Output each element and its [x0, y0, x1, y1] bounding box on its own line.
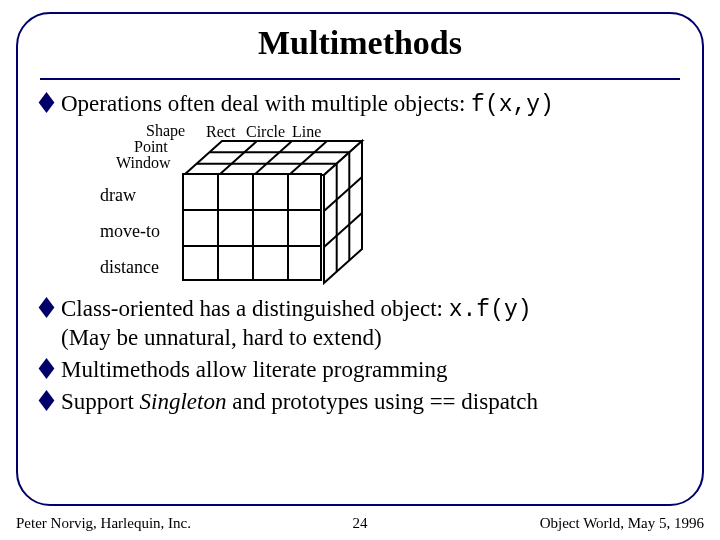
slide-footer: Peter Norvig, Harlequin, Inc. 24 Object …: [16, 515, 704, 532]
diamond-bullet-icon: [39, 92, 55, 113]
bullet-1-code: f(x,y): [471, 92, 554, 118]
bullet-1-a: Operations often deal with multiple obje…: [61, 91, 471, 116]
title-rule: [40, 78, 680, 80]
lbl-window: Window: [116, 155, 185, 171]
bullet-4: Support Singleton and prototypes using =…: [40, 388, 680, 416]
lbl-distance: distance: [100, 249, 160, 285]
bullet-2-a: Class-oriented has a distinguished objec…: [61, 296, 449, 321]
bullet-2: Class-oriented has a distinguished objec…: [40, 295, 680, 352]
bullet-3: Multimethods allow literate programming: [40, 356, 680, 384]
diamond-bullet-icon: [39, 358, 55, 379]
diamond-bullet-icon: [39, 390, 55, 411]
bullet-4-i: Singleton: [140, 389, 227, 414]
bullet-4-b: and prototypes using == dispatch: [226, 389, 538, 414]
lbl-draw: draw: [100, 177, 160, 213]
bullet-2-b: (May be unnatural, hard to extend): [61, 325, 382, 350]
diamond-bullet-icon: [39, 297, 55, 318]
lbl-shape: Shape: [146, 123, 185, 139]
slide-title: Multimethods: [18, 24, 702, 62]
bullet-4-text: Support Singleton and prototypes using =…: [61, 388, 538, 416]
cube-front: [182, 173, 322, 281]
slide-frame: Multimethods Operations often deal with …: [16, 12, 704, 506]
bullet-1-text: Operations often deal with multiple obje…: [61, 90, 554, 119]
lbl-moveto: move-to: [100, 213, 160, 249]
footer-page-number: 24: [16, 515, 704, 532]
bullet-3-text: Multimethods allow literate programming: [61, 356, 447, 384]
dispatch-cube: Shape Point Window Rect Circle Line: [100, 123, 420, 281]
bullet-2-text: Class-oriented has a distinguished objec…: [61, 295, 532, 352]
lbl-point: Point: [134, 139, 185, 155]
bullet-1: Operations often deal with multiple obje…: [40, 90, 680, 119]
bullet-2-code: x.f(y): [449, 297, 532, 323]
bullet-4-a: Support: [61, 389, 140, 414]
depth-labels: Shape Point Window: [146, 123, 185, 171]
slide-content: Operations often deal with multiple obje…: [40, 86, 680, 490]
row-labels: draw move-to distance: [100, 177, 160, 285]
